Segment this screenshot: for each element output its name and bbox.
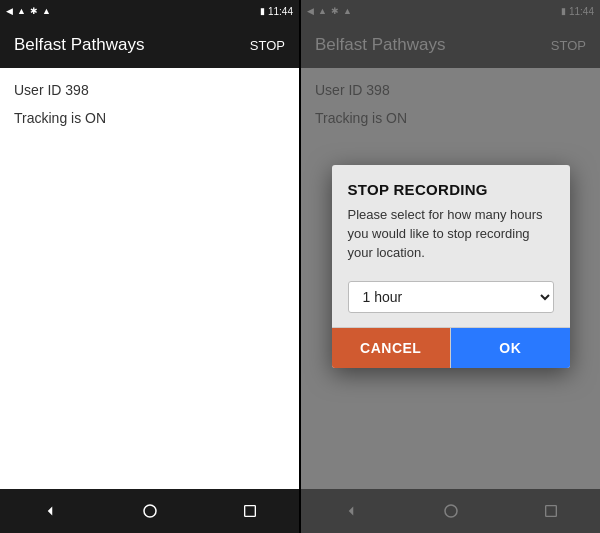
left-user-id: User ID 398 — [14, 82, 285, 98]
left-home-nav[interactable] — [141, 502, 159, 520]
svg-point-1 — [144, 505, 156, 517]
cancel-button[interactable]: CANCEL — [332, 328, 452, 368]
left-recents-nav[interactable] — [242, 503, 258, 519]
hour-dropdown[interactable]: 1 hour 2 hours 3 hours 4 hours 8 hours 2… — [348, 281, 554, 313]
left-tracking-status: Tracking is ON — [14, 110, 285, 126]
left-status-icons: ◀ ▲ ✱ ▲ — [6, 6, 51, 16]
left-app-bar: Belfast Pathways STOP — [0, 22, 299, 68]
wifi-icon: ▲ — [42, 6, 51, 16]
left-content: User ID 398 Tracking is ON — [0, 68, 299, 489]
dialog-title: STOP RECORDING — [332, 165, 570, 206]
dialog-dropdown-container: 1 hour 2 hours 3 hours 4 hours 8 hours 2… — [332, 277, 570, 327]
left-time: 11:44 — [268, 6, 293, 17]
left-back-nav[interactable] — [41, 502, 59, 520]
ok-button[interactable]: OK — [451, 328, 570, 368]
dialog-body: Please select for how many hours you wou… — [332, 206, 570, 277]
battery-icon: ▮ — [260, 6, 265, 16]
left-bottom-nav — [0, 489, 299, 533]
dialog-overlay: STOP RECORDING Please select for how man… — [301, 0, 600, 533]
left-status-right: ▮ 11:44 — [260, 6, 293, 17]
bt-icon: ✱ — [30, 6, 38, 16]
right-screen: ◀ ▲ ✱ ▲ ▮ 11:44 Belfast Pathways STOP Us… — [301, 0, 600, 533]
svg-rect-2 — [244, 506, 255, 517]
left-stop-button[interactable]: STOP — [250, 38, 285, 53]
left-app-title: Belfast Pathways — [14, 35, 144, 55]
back-icon: ◀ — [6, 6, 13, 16]
svg-marker-0 — [48, 507, 53, 516]
stop-recording-dialog: STOP RECORDING Please select for how man… — [332, 165, 570, 368]
signal-icon: ▲ — [17, 6, 26, 16]
dialog-button-row: CANCEL OK — [332, 327, 570, 368]
left-status-bar: ◀ ▲ ✱ ▲ ▮ 11:44 — [0, 0, 299, 22]
left-screen: ◀ ▲ ✱ ▲ ▮ 11:44 Belfast Pathways STOP Us… — [0, 0, 299, 533]
